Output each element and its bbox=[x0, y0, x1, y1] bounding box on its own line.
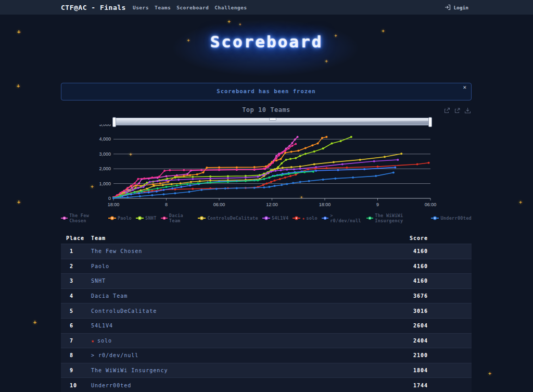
place-cell: 8 bbox=[61, 352, 91, 358]
legend-marker-icon bbox=[136, 216, 144, 221]
star-icon: ★ bbox=[302, 216, 304, 221]
svg-text:2,000: 2,000 bbox=[99, 166, 111, 171]
place-cell: 2 bbox=[61, 263, 91, 269]
svg-text:4,000: 4,000 bbox=[99, 136, 111, 142]
team-link[interactable]: ControluDeCalitate bbox=[91, 308, 157, 314]
legend-label: > r0/dev/null bbox=[330, 213, 362, 223]
star-decoration: + bbox=[227, 19, 230, 24]
table-row: 7 ★solo 2404 bbox=[61, 333, 472, 348]
svg-text:18:00: 18:00 bbox=[319, 202, 331, 207]
team-link[interactable]: solo bbox=[97, 338, 112, 344]
legend-marker-icon bbox=[61, 216, 68, 221]
legend-item[interactable]: 54L1V4 bbox=[262, 216, 289, 221]
alert-message: Scoreboard has been frozen bbox=[61, 88, 471, 94]
team-link[interactable]: Dacia Team bbox=[91, 293, 128, 299]
place-cell: 3 bbox=[61, 278, 91, 284]
table-row: 8 > r0/dev/null 2100 bbox=[61, 348, 472, 363]
sign-in-icon bbox=[445, 4, 451, 10]
login-button[interactable]: Login bbox=[445, 4, 468, 10]
legend-item[interactable]: Paolo bbox=[108, 216, 132, 221]
header-team: Team bbox=[91, 235, 345, 241]
score-cell: 1744 bbox=[345, 383, 472, 388]
table-row: 2 Paolo 4160 bbox=[61, 259, 472, 274]
svg-text:9: 9 bbox=[376, 202, 379, 207]
chart-card: Top 10 Teams 01,0002,0003,0004,0005,0001… bbox=[61, 106, 472, 225]
chart-title: Top 10 Teams bbox=[61, 106, 472, 113]
legend-item[interactable]: ControluDeCalitate bbox=[198, 216, 258, 221]
header-score: Score bbox=[345, 235, 472, 241]
score-cell: 4160 bbox=[345, 248, 472, 254]
scoreboard-table: Place Team Score 1 The Few Chosen 4160 2… bbox=[61, 232, 472, 392]
team-link[interactable]: The Few Chosen bbox=[91, 248, 142, 254]
legend-item[interactable]: SNHT bbox=[136, 216, 157, 221]
nav-link-teams[interactable]: Teams bbox=[155, 5, 171, 10]
team-link[interactable]: 54L1V4 bbox=[91, 323, 113, 328]
page: +++++++++++++++ CTF@AC - Finals UsersTea… bbox=[0, 0, 533, 392]
navbar: CTF@AC - Finals UsersTeamsScoreboardChal… bbox=[0, 0, 533, 15]
legend-label: solo bbox=[306, 216, 318, 221]
legend-item[interactable]: Underr00ted bbox=[431, 216, 472, 221]
header-place: Place bbox=[61, 235, 91, 241]
score-cell: 2404 bbox=[345, 338, 472, 344]
svg-text:18:00: 18:00 bbox=[108, 202, 120, 207]
team-cell: ★solo bbox=[91, 338, 345, 344]
team-link[interactable]: Underr00ted bbox=[91, 383, 131, 388]
score-cell: 4160 bbox=[345, 263, 472, 269]
place-cell: 6 bbox=[61, 323, 91, 328]
legend-label: Paolo bbox=[118, 216, 132, 221]
datazoom-data-shadow bbox=[115, 120, 429, 124]
table-row: 5 ControluDeCalitate 3016 bbox=[61, 303, 472, 318]
legend-item[interactable]: Dacia Team bbox=[161, 213, 194, 223]
nav-links: UsersTeamsScoreboardChallenges bbox=[133, 5, 247, 10]
table-row: 1 The Few Chosen 4160 bbox=[61, 244, 472, 259]
legend-item[interactable]: ★solo bbox=[293, 216, 318, 221]
legend-label: SNHT bbox=[145, 216, 157, 221]
score-cell: 3676 bbox=[345, 293, 472, 299]
svg-text:12:00: 12:00 bbox=[266, 202, 278, 207]
legend-marker-icon bbox=[262, 216, 270, 221]
nav-link-users[interactable]: Users bbox=[133, 5, 149, 10]
table-row: 3 SNHT 4160 bbox=[61, 273, 472, 288]
download-icon[interactable] bbox=[464, 107, 471, 114]
team-cell: 54L1V4 bbox=[91, 323, 345, 328]
legend-marker-icon bbox=[198, 216, 206, 221]
legend-item[interactable]: The Few Chosen bbox=[61, 213, 104, 223]
team-link[interactable]: SNHT bbox=[91, 278, 106, 284]
team-cell: Underr00ted bbox=[91, 383, 345, 388]
login-label: Login bbox=[453, 5, 468, 10]
restore-icon[interactable] bbox=[454, 107, 461, 114]
nav-link-challenges[interactable]: Challenges bbox=[214, 5, 247, 10]
zoom-select-icon[interactable] bbox=[443, 107, 450, 114]
place-cell: 10 bbox=[61, 383, 91, 388]
legend-marker-icon bbox=[322, 216, 328, 221]
svg-text:3,000: 3,000 bbox=[99, 151, 111, 157]
team-cell: The Few Chosen bbox=[91, 248, 345, 254]
legend-label: The WiWiWi Insurgency bbox=[375, 213, 427, 223]
team-link[interactable]: > r0/dev/null bbox=[91, 352, 138, 358]
legend-marker-icon bbox=[161, 216, 168, 221]
table-body: 1 The Few Chosen 4160 2 Paolo 4160 3 SNH… bbox=[61, 244, 472, 392]
datazoom-grip[interactable] bbox=[269, 118, 276, 121]
star-decoration: + bbox=[17, 199, 20, 205]
brand[interactable]: CTF@AC - Finals bbox=[61, 4, 126, 11]
place-cell: 7 bbox=[61, 338, 91, 344]
legend-item[interactable]: The WiWiWi Insurgency bbox=[366, 213, 427, 223]
svg-text:1,000: 1,000 bbox=[99, 181, 111, 186]
team-cell: SNHT bbox=[91, 278, 345, 284]
svg-text:06:00: 06:00 bbox=[213, 202, 225, 207]
star-decoration: + bbox=[488, 371, 491, 376]
star-decoration: + bbox=[325, 59, 327, 64]
frozen-alert: Scoreboard has been frozen ✕ bbox=[61, 83, 472, 100]
team-link[interactable]: Paolo bbox=[91, 263, 109, 269]
nav-link-scoreboard[interactable]: Scoreboard bbox=[176, 5, 209, 10]
table-row: 9 The WiWiWi Insurgency 1804 bbox=[61, 363, 472, 378]
score-cell: 3016 bbox=[345, 308, 472, 314]
page-title: Scoreboard bbox=[0, 32, 533, 51]
team-link[interactable]: The WiWiWi Insurgency bbox=[91, 368, 168, 373]
close-icon[interactable]: ✕ bbox=[463, 84, 466, 91]
legend-label: ControluDeCalitate bbox=[207, 216, 258, 221]
star-decoration: + bbox=[239, 23, 241, 27]
table-row: 6 54L1V4 2604 bbox=[61, 318, 472, 333]
score-chart[interactable]: 01,0002,0003,0004,0005,00018:00806:0012:… bbox=[61, 124, 472, 210]
legend-item[interactable]: > r0/dev/null bbox=[322, 213, 362, 223]
